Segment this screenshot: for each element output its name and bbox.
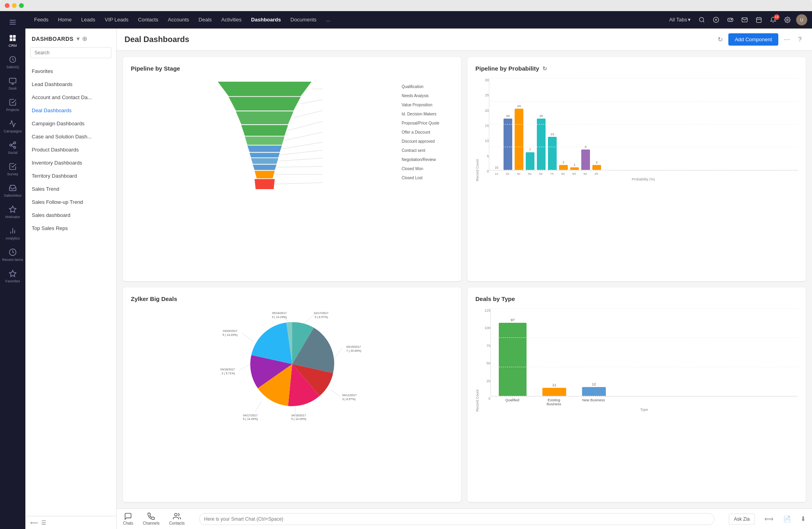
- bar-value-qualified: 97: [511, 318, 515, 322]
- bar-value-existing: 11: [552, 383, 556, 387]
- bar-group-60: 20: [537, 114, 546, 170]
- bar-value-85: 1: [574, 163, 575, 167]
- sidebar-nav-account-contact[interactable]: Account and Contact Da...: [25, 91, 116, 104]
- svg-line-54: [280, 150, 322, 155]
- notification-count: 13: [774, 14, 779, 20]
- sidebar-nav-sales-trend[interactable]: Sales Trend: [25, 182, 116, 196]
- bar-95: [592, 165, 601, 170]
- smart-chat-container: [194, 513, 719, 525]
- close-window-btn[interactable]: [5, 3, 10, 8]
- sidebar-nav-top-sales-reps[interactable]: Top Sales Reps: [25, 222, 116, 235]
- gamepad-btn[interactable]: [725, 15, 736, 25]
- search-input[interactable]: [30, 47, 111, 58]
- user-avatar[interactable]: U: [796, 14, 807, 25]
- pie-label-0416: 04/16/2017: [291, 414, 306, 417]
- more-options-btn[interactable]: ⋯: [781, 33, 793, 46]
- sidebar-item-recent[interactable]: Recent Items: [0, 244, 25, 266]
- bottom-icon-2[interactable]: 📄: [783, 515, 791, 523]
- svg-text:7 ( 20.00%): 7 ( 20.00%): [346, 349, 361, 353]
- nav-more[interactable]: ...: [322, 14, 334, 25]
- sidebar-nav-deal-dashboards[interactable]: Deal Dashboards: [25, 104, 116, 117]
- bottom-icon-1[interactable]: ⟺: [764, 515, 774, 523]
- sidebar-nav-inventory-dashboards[interactable]: Inventory Dashboards: [25, 156, 116, 169]
- svg-marker-42: [247, 146, 282, 152]
- sidebar-item-salesiq[interactable]: SalesIQ: [0, 52, 25, 73]
- sidebar-item-motivator[interactable]: Motivator: [0, 201, 25, 223]
- probability-axes: Record Count 30 25 20 15 10 5 0: [475, 78, 489, 181]
- nav-documents[interactable]: Documents: [287, 14, 321, 25]
- main-content: Deal Dashboards ↻ Add Component ⋯ ? Pipe…: [117, 29, 812, 529]
- sidebar-nav-sales-followup[interactable]: Sales Follow-up Trend: [25, 196, 116, 209]
- sidebar-nav-lead-dashboards[interactable]: Lead Dashboards: [25, 78, 116, 91]
- x-label-85: 85: [570, 172, 578, 176]
- bar-40: [515, 109, 523, 170]
- sidebar-item-survey-label: Survey: [7, 172, 18, 176]
- sidebar-add-icon[interactable]: ⊕: [82, 35, 87, 42]
- add-btn[interactable]: [710, 15, 722, 25]
- sidebar-item-analytics[interactable]: Analytics: [0, 223, 25, 244]
- bar-value-new: 12: [592, 382, 596, 386]
- add-component-btn[interactable]: Add Component: [728, 33, 778, 46]
- bar-group-85: 1: [570, 163, 579, 170]
- search-btn[interactable]: [696, 15, 707, 25]
- x-label-60: 60: [536, 172, 545, 176]
- bar-group-75: 13: [548, 132, 557, 170]
- funnel-label-offer-discount: Offer a Discount: [402, 130, 453, 134]
- secondary-sidebar: DASHBOARDS ▾ ⊕ Favorites Lead Dashboards…: [25, 29, 117, 529]
- sidebar-dropdown-icon[interactable]: ▾: [77, 35, 80, 42]
- main-header-actions: ↻ Add Component ⋯ ?: [715, 33, 804, 46]
- sidebar-item-survey[interactable]: Survey: [0, 159, 25, 180]
- notification-btn[interactable]: 13: [768, 15, 779, 25]
- chats-btn[interactable]: Chats: [123, 512, 133, 525]
- sidebar-nav-case-solution[interactable]: Case and Solution Dash...: [25, 130, 116, 143]
- sidebar-list-icon[interactable]: ☰: [41, 519, 46, 526]
- channels-btn[interactable]: Channels: [143, 512, 159, 525]
- maximize-window-btn[interactable]: [19, 3, 24, 8]
- sidebar-item-campaigns[interactable]: Campaigns: [0, 116, 25, 137]
- sidebar-nav-territory-dashboard[interactable]: Territory Dashboard: [25, 169, 116, 182]
- bar-group-90: 8: [581, 145, 590, 170]
- sidebar-collapse-icon[interactable]: ⟸: [30, 519, 38, 526]
- deals-by-type-title: Deals by Type: [475, 295, 798, 302]
- ask-zia-btn[interactable]: Ask Zia: [729, 514, 755, 525]
- deals-type-bars-area: 97 11: [490, 309, 798, 397]
- sidebar-item-social[interactable]: Social: [0, 137, 25, 159]
- sidebar-item-favorites[interactable]: Favorites: [0, 266, 25, 287]
- probability-refresh-icon[interactable]: ↻: [542, 65, 547, 72]
- sidebar-item-salesinbox[interactable]: SalesInbox: [0, 180, 25, 201]
- grid-line: [489, 147, 798, 147]
- sidebar-item-motivator-label: Motivator: [5, 215, 20, 219]
- contacts-btn[interactable]: Contacts: [169, 512, 184, 525]
- nav-contacts[interactable]: Contacts: [134, 14, 162, 25]
- nav-feeds[interactable]: Feeds: [30, 14, 52, 25]
- nav-deals[interactable]: Deals: [195, 14, 216, 25]
- bar-80: [559, 165, 568, 170]
- nav-home[interactable]: Home: [54, 14, 76, 25]
- smart-chat-input[interactable]: [199, 513, 714, 525]
- nav-leads[interactable]: Leads: [77, 14, 99, 25]
- svg-marker-16: [10, 206, 16, 213]
- svg-marker-40: [241, 125, 288, 136]
- minimize-window-btn[interactable]: [12, 3, 17, 8]
- nav-accounts[interactable]: Accounts: [164, 14, 193, 25]
- email-btn[interactable]: [739, 15, 750, 25]
- nav-dashboards[interactable]: Dashboards: [247, 14, 285, 25]
- sidebar-item-desk[interactable]: Desk: [0, 73, 25, 94]
- sidebar-item-crm[interactable]: CRM: [0, 30, 25, 52]
- nav-vip-leads[interactable]: VIP Leads: [101, 14, 132, 25]
- bottom-icon-3[interactable]: ⬇: [801, 515, 806, 523]
- sidebar-nav-campaign-dashboards[interactable]: Campaign Dashboards: [25, 117, 116, 130]
- sidebar-nav-product-dashboards[interactable]: Product Dashboards: [25, 143, 116, 156]
- bar-group-existing-business: 11: [542, 383, 566, 396]
- nav-activities[interactable]: Activities: [217, 14, 245, 25]
- sidebar-item-projects[interactable]: Projects: [0, 94, 25, 116]
- sidebar-nav-favorites[interactable]: Favorites: [25, 65, 116, 78]
- settings-btn[interactable]: [782, 15, 793, 25]
- all-tabs-btn[interactable]: All Tabs ▾: [667, 15, 693, 24]
- sidebar-nav-sales-dashboard[interactable]: Sales dashboard: [25, 209, 116, 222]
- calendar-btn[interactable]: [753, 15, 764, 25]
- sidebar-title: DASHBOARDS: [32, 36, 73, 42]
- sidebar-item-hamburger[interactable]: [0, 14, 25, 30]
- help-btn[interactable]: ?: [796, 34, 804, 46]
- refresh-btn[interactable]: ↻: [715, 33, 725, 46]
